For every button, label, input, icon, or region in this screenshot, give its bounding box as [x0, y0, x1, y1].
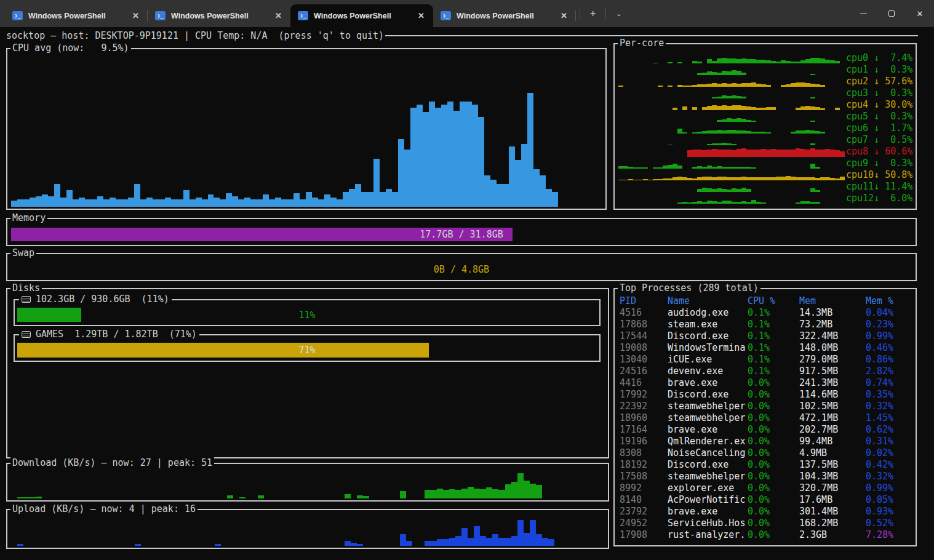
disk-icon: [22, 331, 31, 338]
title-bar: ❯_Windows PowerShell✕❯_Windows PowerShel…: [0, 0, 934, 27]
tab-3-active[interactable]: ❯_Windows PowerShell✕: [290, 4, 433, 27]
maximize-button[interactable]: [877, 0, 906, 27]
col-header-mem: Mem: [799, 295, 816, 306]
disk-c-label: 102.3GB / 930.6GB (11%): [36, 294, 169, 305]
process-pid: 17908: [620, 529, 647, 540]
process-name: AcPowerNotific: [668, 494, 745, 505]
process-mem-pct: 0.32%: [866, 471, 893, 482]
tab-dropdown-chevron-icon[interactable]: ⌄: [610, 7, 628, 20]
cpu-avg-title: CPU avg (now: 9.5%): [10, 42, 131, 54]
process-mem: 114.6MB: [799, 389, 838, 400]
process-mem-pct: 0.04%: [866, 307, 893, 318]
tab-label: Windows PowerShell: [171, 12, 249, 20]
swap-panel: Swap 0B / 4.8GB: [6, 253, 917, 281]
minimize-button[interactable]: [849, 0, 877, 27]
cpu11-sparkline: [618, 182, 845, 192]
process-name: steam.exe: [668, 319, 717, 330]
process-row-devenv.exe: 24516devenv.exe0.1%917.5MB2.82%: [620, 366, 913, 377]
process-mem: 102.5MB: [799, 401, 838, 412]
process-name: ServiceHub.Hos: [668, 518, 745, 529]
process-name: WindowsTermina: [668, 342, 745, 353]
swap-title: Swap: [10, 247, 36, 259]
core-row-cpu0: cpu0 ↓ 7.4%: [618, 52, 913, 63]
swap-gauge: 0B / 4.8GB: [11, 263, 912, 276]
core-row-cpu9: cpu9 ↓ 0.3%: [618, 157, 913, 169]
process-mem-pct: 0.86%: [866, 354, 893, 365]
tab-separator: [575, 10, 576, 21]
app-header: socktop — host: DESKTOP-9P19121 | CPU Te…: [6, 30, 918, 41]
process-row-Discord.exe: 17992Discord.exe0.0%114.6MB0.35%: [620, 389, 913, 401]
process-mem-pct: 1.45%: [866, 412, 893, 423]
tab-close-icon[interactable]: ✕: [273, 11, 284, 20]
download-panel: Download (KB/s) — now: 27 | peak: 51: [6, 463, 609, 502]
tab-4[interactable]: ❯_Windows PowerShell✕: [433, 4, 576, 27]
process-mem: 2.3GB: [799, 529, 827, 540]
process-table: PID Name CPU % Mem Mem % 4516audiodg.exe…: [620, 295, 913, 543]
window-controls: ✕: [849, 0, 934, 27]
process-row-brave.exe: 23792brave.exe0.0%301.4MB0.93%: [620, 506, 913, 518]
process-name: brave.exe: [668, 377, 717, 388]
process-row-Discord.exe: 18192Discord.exe0.0%137.5MB0.42%: [620, 459, 913, 471]
process-pid: 13040: [620, 354, 647, 365]
process-cpu-pct: 0.1%: [748, 330, 770, 342]
cpu6-sparkline: [618, 123, 845, 134]
process-mem-pct: 0.32%: [866, 401, 893, 412]
process-pid: 4416: [620, 377, 642, 388]
process-mem-pct: 0.93%: [866, 506, 893, 517]
process-cpu-pct: 0.0%: [748, 436, 770, 447]
core-row-cpu8: cpu8 ↓ 60.6%: [618, 145, 913, 157]
download-chart: [11, 472, 604, 498]
disk-gauge-games: GAMES 1.29TB / 1.82TB (71%) 71%: [14, 334, 601, 362]
upload-panel: Upload (KB/s) — now: 4 | peak: 16: [6, 509, 609, 549]
process-row-iCUE.exe: 13040iCUE.exe0.1%279.0MB0.86%: [620, 354, 913, 366]
tab-close-icon[interactable]: ✕: [558, 11, 570, 20]
tab-close-icon[interactable]: ✕: [415, 11, 427, 20]
core-row-cpu12: cpu12↓ 6.0%: [618, 192, 913, 204]
process-mem-pct: 0.35%: [866, 389, 893, 400]
tab-close-icon[interactable]: ✕: [130, 11, 142, 20]
top-processes-panel: Top Processes (289 total) PID Name CPU %…: [613, 288, 917, 546]
process-name: NoiseCanceling: [668, 447, 745, 458]
top-processes-title: Top Processes (289 total): [618, 282, 760, 294]
gauge-label: 0B / 4.8GB: [11, 263, 912, 276]
process-mem-pct: 0.05%: [866, 494, 893, 505]
process-pid: 18192: [620, 459, 647, 470]
cpu2-label: cpu2 ↓ 57.6%: [846, 76, 912, 87]
process-cpu-pct: 0.0%: [748, 412, 770, 423]
process-mem-pct: 0.99%: [866, 482, 893, 494]
cpu3-sparkline: [618, 88, 845, 98]
tab-strip: ❯_Windows PowerShell✕❯_Windows PowerShel…: [0, 0, 576, 27]
cpu2-sparkline: [618, 76, 845, 87]
cpu8-sparkline: [618, 146, 845, 157]
terminal-window: ❯_Windows PowerShell✕❯_Windows PowerShel…: [0, 0, 934, 560]
process-mem-pct: 0.31%: [866, 436, 893, 447]
process-name: Discord.exe: [668, 389, 728, 400]
process-rows: 4516audiodg.exe0.1%14.3MB0.04%17868steam…: [620, 307, 913, 541]
cpu1-label: cpu1 ↓ 0.3%: [846, 64, 912, 75]
process-cpu-pct: 0.0%: [748, 459, 770, 470]
powershell-icon: ❯_: [155, 11, 166, 20]
process-pid: 17544: [620, 330, 647, 342]
process-pid: 17992: [620, 389, 647, 400]
process-row-WindowsTermina: 19008WindowsTermina0.1%148.0MB0.46%: [620, 342, 913, 354]
process-mem-pct: 2.82%: [866, 366, 893, 377]
gauge-label: 17.7GB / 31.8GB: [11, 228, 912, 241]
process-cpu-pct: 0.0%: [748, 529, 770, 540]
process-pid: 23792: [620, 506, 647, 517]
process-name: iCUE.exe: [668, 354, 712, 365]
process-cpu-pct: 0.0%: [748, 424, 770, 435]
cpu5-label: cpu5 ↓ 0.3%: [846, 111, 912, 122]
cpu0-label: cpu0 ↓ 7.4%: [846, 52, 912, 63]
process-mem-pct: 7.28%: [866, 529, 893, 540]
close-button[interactable]: ✕: [906, 0, 934, 27]
upload-chart: [11, 518, 604, 546]
process-mem: 320.7MB: [799, 482, 838, 494]
tab-label: Windows PowerShell: [28, 12, 106, 20]
process-name: audiodg.exe: [668, 307, 728, 318]
process-mem: 4.9MB: [799, 447, 827, 458]
tab-2[interactable]: ❯_Windows PowerShell✕: [148, 4, 290, 27]
maximize-icon: [888, 10, 895, 17]
new-tab-button[interactable]: +: [584, 6, 602, 22]
tab-1[interactable]: ❯_Windows PowerShell✕: [5, 4, 148, 27]
process-cpu-pct: 0.1%: [748, 319, 770, 330]
